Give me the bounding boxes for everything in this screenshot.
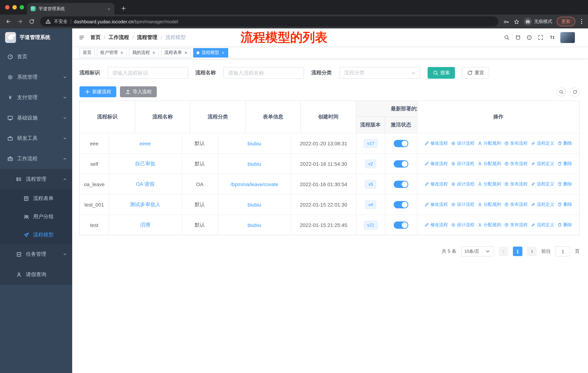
refresh-table-button[interactable] xyxy=(570,87,580,96)
tag-my-process[interactable]: 我的流程 xyxy=(129,48,159,57)
font-size-icon[interactable]: T xyxy=(549,34,555,40)
fullscreen-icon[interactable] xyxy=(538,34,544,40)
action-delete-button[interactable]: 删除 xyxy=(557,161,572,167)
form-info-link[interactable]: biubiu xyxy=(248,222,261,228)
current-page-button[interactable]: 1 xyxy=(513,247,522,256)
action-assign-button[interactable]: 分配规则 xyxy=(478,202,501,208)
address-bar[interactable]: 不安全 dashboard.yudao.iocoder.cn/bpm/manag… xyxy=(40,16,498,27)
action-publish-button[interactable]: 发布流程 xyxy=(504,181,528,187)
sidebar-item-process-management[interactable]: 流程管理 xyxy=(0,169,72,189)
process-name-link[interactable]: 自己审批 xyxy=(135,161,155,167)
sidebar-item-system-management[interactable]: 系统管理 xyxy=(0,67,72,87)
process-name-link[interactable]: 测试多审批人 xyxy=(130,201,160,208)
sidebar-item-leave-query[interactable]: 请假查询 xyxy=(0,264,72,285)
action-design-button[interactable]: 设计流程 xyxy=(451,140,474,146)
sidebar-item-process-form[interactable]: 流程表单 xyxy=(0,189,72,208)
page-size-select[interactable]: 10条/页 xyxy=(461,246,494,256)
action-assign-button[interactable]: 分配规则 xyxy=(478,222,501,228)
prev-page-button[interactable] xyxy=(499,247,508,256)
active-toggle[interactable] xyxy=(394,201,408,208)
github-icon[interactable] xyxy=(515,34,521,40)
tag-home[interactable]: 首页 xyxy=(79,48,95,57)
action-definition-button[interactable]: 流程定义 xyxy=(531,181,554,187)
breadcrumb-home[interactable]: 首页 xyxy=(90,34,101,40)
tag-process-model[interactable]: 流程模型 xyxy=(193,48,228,57)
import-process-button[interactable]: 导入流程 xyxy=(120,86,157,97)
sidebar-item-payment-management[interactable]: ¥支付管理 xyxy=(0,87,72,108)
close-window-button[interactable] xyxy=(5,5,10,10)
tag-close-icon[interactable] xyxy=(184,51,188,54)
action-design-button[interactable]: 设计流程 xyxy=(451,222,474,228)
forward-icon[interactable] xyxy=(15,17,25,26)
tag-tenant-management[interactable]: 租户管理 xyxy=(97,48,127,57)
browser-menu-icon[interactable] xyxy=(580,19,584,24)
action-publish-button[interactable]: 发布流程 xyxy=(504,202,528,208)
tag-close-icon[interactable] xyxy=(120,51,124,54)
back-icon[interactable] xyxy=(4,17,13,26)
action-assign-button[interactable]: 分配规则 xyxy=(478,140,501,146)
action-design-button[interactable]: 设计流程 xyxy=(451,202,474,208)
form-info-link[interactable]: biubiu xyxy=(248,161,261,167)
action-delete-button[interactable]: 删除 xyxy=(557,181,572,187)
breadcrumb-process-management[interactable]: 流程管理 xyxy=(137,34,158,40)
form-info-link[interactable]: biubiu xyxy=(248,141,261,146)
action-publish-button[interactable]: 发布流程 xyxy=(504,140,528,146)
breadcrumb-workflow[interactable]: 工作流程 xyxy=(109,34,129,40)
process-category-select[interactable]: 流程分类 xyxy=(339,67,420,79)
sidebar-item-infrastructure[interactable]: 基础设施 xyxy=(0,108,72,128)
action-definition-button[interactable]: 流程定义 xyxy=(531,161,554,167)
action-modify-button[interactable]: 修改流程 xyxy=(424,202,448,208)
tag-close-icon[interactable] xyxy=(221,51,225,54)
action-definition-button[interactable]: 流程定义 xyxy=(531,140,554,146)
sidebar-item-process-model[interactable]: 流程模型 xyxy=(0,226,72,244)
action-publish-button[interactable]: 发布流程 xyxy=(504,161,528,167)
form-info-link[interactable]: biubiu xyxy=(248,202,261,207)
sidebar-item-task-management[interactable]: 任务管理 xyxy=(0,244,72,264)
action-modify-button[interactable]: 修改流程 xyxy=(424,140,448,146)
browser-update-button[interactable]: 更新 xyxy=(557,17,575,26)
sidebar-item-home[interactable]: 首页 xyxy=(0,47,72,67)
action-delete-button[interactable]: 删除 xyxy=(557,202,572,208)
help-icon[interactable]: ? xyxy=(526,34,532,40)
goto-page-input[interactable] xyxy=(556,246,570,256)
active-toggle[interactable] xyxy=(394,160,408,167)
reload-icon[interactable] xyxy=(27,17,36,26)
tag-process-form[interactable]: 流程表单 xyxy=(161,48,191,57)
password-manager-icon[interactable] xyxy=(504,18,509,25)
action-design-button[interactable]: 设计流程 xyxy=(451,181,474,187)
minimize-window-button[interactable] xyxy=(12,5,17,10)
action-design-button[interactable]: 设计流程 xyxy=(451,161,474,167)
action-delete-button[interactable]: 删除 xyxy=(557,222,572,228)
active-toggle[interactable] xyxy=(394,181,408,188)
reset-button[interactable]: 重置 xyxy=(462,67,489,79)
active-toggle[interactable] xyxy=(394,140,408,147)
form-info-link[interactable]: /bpm/oa/leave/create xyxy=(231,181,278,187)
action-modify-button[interactable]: 修改流程 xyxy=(424,161,448,167)
process-name-link[interactable]: 滔博 xyxy=(140,222,150,228)
sidebar-item-dev-tools[interactable]: 研发工具 xyxy=(0,128,72,149)
search-icon[interactable] xyxy=(504,34,510,40)
not-secure-warning-icon[interactable] xyxy=(45,19,51,24)
sidebar-item-user-group[interactable]: 用户分组 xyxy=(0,208,72,226)
action-assign-button[interactable]: 分配规则 xyxy=(478,181,501,187)
action-modify-button[interactable]: 修改流程 xyxy=(424,222,448,228)
hamburger-icon[interactable] xyxy=(72,34,90,40)
tag-close-icon[interactable] xyxy=(152,51,156,54)
process-name-link[interactable]: eeee xyxy=(139,141,151,146)
process-name-link[interactable]: OA 请假 xyxy=(136,181,155,187)
browser-tab[interactable]: 芋道管理系统 xyxy=(27,3,115,15)
action-publish-button[interactable]: 发布流程 xyxy=(504,222,528,228)
user-avatar[interactable] xyxy=(560,32,575,43)
action-definition-button[interactable]: 流程定义 xyxy=(531,222,554,228)
tab-close-icon[interactable] xyxy=(107,6,111,11)
zoom-window-button[interactable] xyxy=(20,5,24,10)
action-assign-button[interactable]: 分配规则 xyxy=(478,161,501,167)
action-modify-button[interactable]: 修改流程 xyxy=(424,181,448,187)
action-delete-button[interactable]: 删除 xyxy=(557,140,572,146)
process-name-input[interactable] xyxy=(223,67,304,79)
bookmark-star-icon[interactable] xyxy=(514,18,519,25)
toggle-search-button[interactable] xyxy=(557,87,566,96)
create-process-button[interactable]: 新建流程 xyxy=(79,86,116,97)
sidebar-item-workflow[interactable]: 工作流程 xyxy=(0,149,72,169)
active-toggle[interactable] xyxy=(394,221,408,229)
